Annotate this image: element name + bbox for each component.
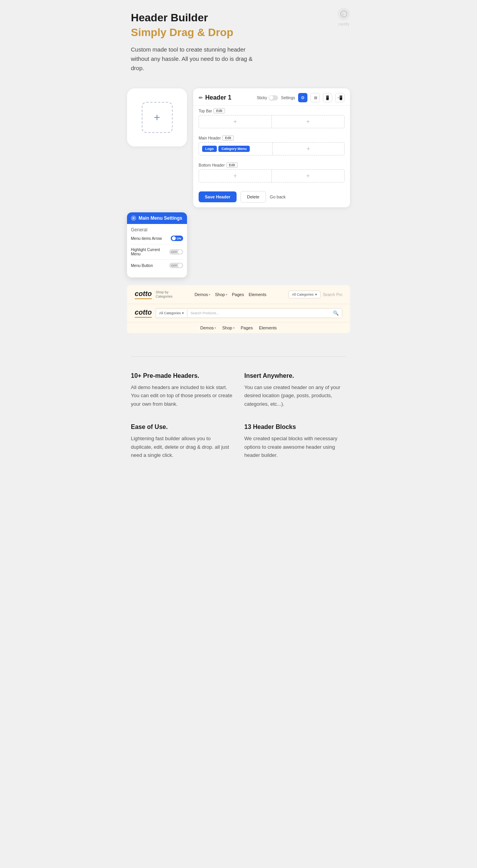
feature-premade-title: 10+ Pre-made Headers.: [131, 372, 233, 379]
goback-link[interactable]: Go back: [270, 195, 286, 199]
save-header-button[interactable]: Save Header: [199, 191, 237, 202]
header-name: Header 1: [205, 94, 232, 101]
preview-search-bar[interactable]: All Categories ▾ Search Products... 🔍: [156, 308, 342, 318]
bottomheader-cell-left[interactable]: +: [199, 170, 272, 182]
feature-insert-title: Insert Anywhere.: [244, 372, 346, 379]
toggle-off-label: OFF: [171, 250, 177, 254]
mainheader-edit-btn[interactable]: Edit: [222, 135, 234, 141]
pencil-icon: ✏: [199, 95, 203, 101]
demo-area: + × Main Menu Settings General Menu item…: [119, 81, 358, 281]
menu-button-toggle[interactable]: OFF: [169, 263, 183, 268]
settings-row-menu-btn: Menu Button OFF: [131, 263, 183, 271]
settings-panel-header: × Main Menu Settings: [127, 212, 187, 224]
cartify-label: cartify: [338, 22, 349, 26]
cotto-logo-text-2: cotto: [135, 308, 152, 317]
nav-demos-2: Demos ▾: [200, 326, 216, 330]
mainheader-row: Logo Category Menu +: [199, 142, 345, 155]
topbar-label: Top Bar Edit: [199, 108, 345, 114]
bottomheader-cell-right[interactable]: +: [272, 170, 344, 182]
feature-blocks-title: 13 Header Blocks: [244, 424, 346, 431]
search-icon[interactable]: 🔍: [330, 308, 342, 318]
cat-btn-arrow: ▾: [182, 311, 184, 315]
preview-header-2-nav: Demos ▾ Shop ▾ Pages Elements: [127, 322, 350, 333]
feature-insert: Insert Anywhere. You can use created hea…: [244, 372, 346, 408]
feature-ease-desc: Lightening fast builder allows you to du…: [131, 434, 233, 459]
preview-cat-btn[interactable]: All Categories ▾: [156, 309, 187, 317]
sticky-control[interactable]: Sticky: [257, 95, 278, 100]
sticky-toggle[interactable]: [269, 95, 278, 100]
features-section: 10+ Pre-made Headers. All demo headers a…: [119, 341, 358, 475]
nav-shop-2: Shop ▾: [222, 326, 235, 330]
cotto-underline-2: [135, 317, 152, 318]
preview-logo-area-1: cotto Shop byCategories: [135, 290, 173, 299]
preview-header-2-top: cotto All Categories ▾ Search Products..…: [127, 304, 350, 322]
preview-category-select-1[interactable]: All Categories ▾: [288, 291, 321, 298]
cotto-logo-text-1: cotto: [135, 290, 152, 298]
menu-arrow-toggle[interactable]: ON: [171, 236, 183, 241]
nav-elements-2: Elements: [259, 326, 277, 330]
logo-chip: Logo: [202, 146, 217, 152]
header-builder-panel: ✏ Header 1 Sticky Settings ⚙ 🖥 📱 📲 Top B…: [193, 88, 350, 207]
topbar-cell-left[interactable]: +: [199, 115, 272, 128]
builder-settings-btn[interactable]: ⚙: [298, 93, 307, 102]
mainheader-plus: +: [307, 145, 310, 152]
page-title: Header Builder: [131, 12, 346, 24]
nav-pages-2: Pages: [241, 326, 253, 330]
settings-panel: × Main Menu Settings General Menu items …: [127, 212, 187, 277]
preview-nav-1: Demos ▾ Shop ▾ Pages Elements: [194, 292, 266, 297]
settings-general-label: General: [131, 227, 183, 232]
add-widget-panel[interactable]: +: [127, 88, 187, 146]
features-divider: [131, 356, 346, 357]
header-builder-actions: Save Header Delete Go back: [193, 187, 350, 207]
header-builder-title: ✏ Header 1: [199, 94, 232, 101]
topbar-plus-left: +: [233, 118, 237, 125]
cotto-logo-1: cotto: [135, 290, 152, 299]
settings-label: Settings: [281, 96, 295, 100]
feature-blocks-desc: We created special blocks with necessary…: [244, 434, 346, 459]
topbar-edit-btn[interactable]: Edit: [213, 108, 225, 114]
search-pro-text: Search Pro: [323, 293, 342, 297]
nav-arrow-1: ▾: [209, 293, 210, 296]
preview-search-area: All Categories ▾ Search Pro: [288, 291, 342, 298]
menu-btn-toggle-label: OFF: [171, 264, 177, 267]
mainheader-cell-left[interactable]: Logo Category Menu: [199, 143, 273, 155]
header-builder-top: ✏ Header 1 Sticky Settings ⚙ 🖥 📱 📲: [193, 88, 350, 106]
add-widget-inner[interactable]: +: [142, 102, 173, 133]
builder-desktop-btn[interactable]: 🖥: [311, 93, 320, 102]
cartify-logo: c cartify: [338, 8, 350, 26]
plus-icon: +: [154, 111, 160, 124]
select-arrow-icon: ▾: [315, 293, 317, 296]
feature-premade-desc: All demo headers are included to kick st…: [131, 383, 233, 408]
settings-panel-title: Main Menu Settings: [139, 215, 182, 221]
feature-ease-title: Ease of Use.: [131, 424, 233, 431]
nav-arrow-3: ▾: [214, 326, 216, 330]
builder-tablet-btn[interactable]: 📱: [323, 93, 332, 102]
bottomheader-plus-right: +: [306, 172, 310, 179]
highlight-menu-toggle[interactable]: OFF: [169, 249, 183, 255]
mainheader-cell-right[interactable]: +: [273, 143, 344, 155]
topbar-plus-right: +: [306, 118, 310, 125]
cartify-logo-icon: c: [338, 8, 350, 20]
nav-demos-1: Demos ▾: [194, 292, 210, 297]
bottomheader-section: Bottom Header Edit + +: [193, 160, 350, 187]
builder-mobile-btn[interactable]: 📲: [335, 93, 345, 102]
delete-header-button[interactable]: Delete: [240, 191, 266, 203]
nav-arrow-2: ▾: [226, 293, 227, 296]
bottomheader-row: + +: [199, 169, 345, 183]
preview-header-2: cotto All Categories ▾ Search Products..…: [127, 304, 350, 333]
highlight-menu-label: Highlight Current Menu: [131, 248, 169, 256]
page-subtitle: Simply Drag & Drop: [131, 26, 346, 39]
bottomheader-edit-btn[interactable]: Edit: [226, 162, 238, 168]
category-menu-chip: Category Menu: [218, 146, 250, 152]
bottomheader-plus-left: +: [233, 172, 237, 179]
preview-search-input[interactable]: Search Products...: [187, 309, 330, 317]
topbar-row: + +: [199, 115, 345, 128]
preview-section: cotto Shop byCategories Demos ▾ Shop ▾ P…: [119, 281, 358, 341]
hero-section: c cartify Header Builder Simply Drag & D…: [119, 0, 358, 81]
settings-content: General Menu items Arrow ON Highlight Cu…: [127, 224, 187, 277]
topbar-cell-right[interactable]: +: [272, 115, 344, 128]
feature-ease: Ease of Use. Lightening fast builder all…: [131, 424, 233, 459]
feature-premade: 10+ Pre-made Headers. All demo headers a…: [131, 372, 233, 408]
settings-close-button[interactable]: ×: [131, 215, 136, 221]
menu-arrow-label: Menu items Arrow: [131, 236, 162, 241]
